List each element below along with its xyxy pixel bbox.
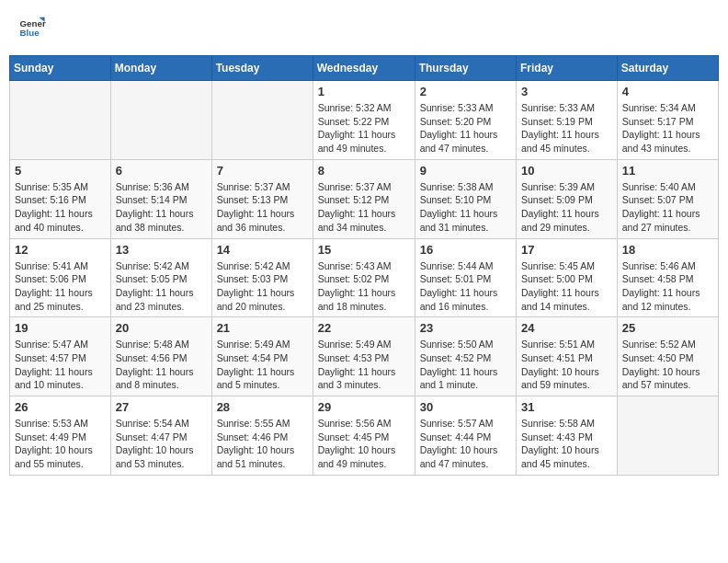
calendar-cell: 4Sunrise: 5:34 AMSunset: 5:17 PMDaylight… (617, 81, 718, 160)
day-number: 3 (521, 85, 612, 98)
page-header: General Blue (9, 9, 719, 46)
calendar-cell (10, 81, 111, 160)
calendar-cell: 14Sunrise: 5:42 AMSunset: 5:03 PMDayligh… (211, 238, 313, 317)
day-info: Sunrise: 5:57 AMSunset: 4:44 PMDaylight:… (420, 417, 511, 471)
day-number: 22 (318, 321, 410, 335)
calendar-cell: 19Sunrise: 5:47 AMSunset: 4:57 PMDayligh… (10, 317, 111, 396)
calendar-week-2: 5Sunrise: 5:35 AMSunset: 5:16 PMDaylight… (10, 159, 719, 238)
day-number: 23 (420, 321, 511, 335)
calendar-cell: 23Sunrise: 5:50 AMSunset: 4:52 PMDayligh… (415, 317, 516, 396)
calendar-cell: 11Sunrise: 5:40 AMSunset: 5:07 PMDayligh… (617, 159, 718, 238)
day-info: Sunrise: 5:55 AMSunset: 4:46 PMDaylight:… (217, 417, 308, 471)
calendar-cell: 7Sunrise: 5:37 AMSunset: 5:13 PMDaylight… (211, 159, 313, 238)
calendar-cell: 1Sunrise: 5:32 AMSunset: 5:22 PMDaylight… (313, 81, 415, 160)
day-number: 30 (420, 400, 511, 414)
day-number: 19 (15, 321, 106, 335)
day-number: 6 (116, 164, 207, 178)
col-header-sunday: Sunday (10, 56, 111, 81)
day-number: 15 (318, 243, 410, 257)
calendar-week-4: 19Sunrise: 5:47 AMSunset: 4:57 PMDayligh… (10, 317, 719, 396)
calendar-cell: 20Sunrise: 5:48 AMSunset: 4:56 PMDayligh… (110, 317, 211, 396)
day-number: 18 (622, 243, 713, 257)
day-number: 16 (420, 243, 511, 257)
day-number: 20 (116, 321, 207, 335)
day-number: 29 (318, 400, 410, 414)
day-number: 17 (521, 243, 612, 257)
day-number: 27 (116, 400, 207, 414)
day-info: Sunrise: 5:34 AMSunset: 5:17 PMDaylight:… (622, 101, 713, 155)
col-header-wednesday: Wednesday (313, 56, 415, 81)
calendar-cell: 5Sunrise: 5:35 AMSunset: 5:16 PMDaylight… (10, 159, 111, 238)
day-number: 1 (318, 85, 410, 98)
day-info: Sunrise: 5:38 AMSunset: 5:10 PMDaylight:… (420, 180, 511, 235)
day-info: Sunrise: 5:51 AMSunset: 4:51 PMDaylight:… (521, 338, 612, 392)
logo-icon: General Blue (18, 14, 46, 41)
calendar-table: SundayMondayTuesdayWednesdayThursdayFrid… (9, 55, 719, 476)
calendar-header-row: SundayMondayTuesdayWednesdayThursdayFrid… (10, 56, 719, 81)
calendar-week-1: 1Sunrise: 5:32 AMSunset: 5:22 PMDaylight… (10, 81, 719, 160)
day-info: Sunrise: 5:52 AMSunset: 4:50 PMDaylight:… (622, 338, 713, 392)
day-number: 4 (622, 85, 713, 98)
day-info: Sunrise: 5:58 AMSunset: 4:43 PMDaylight:… (521, 417, 612, 471)
calendar-cell: 10Sunrise: 5:39 AMSunset: 5:09 PMDayligh… (517, 159, 618, 238)
day-info: Sunrise: 5:53 AMSunset: 4:49 PMDaylight:… (15, 417, 106, 471)
calendar-week-5: 26Sunrise: 5:53 AMSunset: 4:49 PMDayligh… (10, 396, 719, 476)
day-info: Sunrise: 5:42 AMSunset: 5:05 PMDaylight:… (116, 259, 207, 314)
day-info: Sunrise: 5:37 AMSunset: 5:12 PMDaylight:… (318, 180, 410, 235)
calendar-cell: 26Sunrise: 5:53 AMSunset: 4:49 PMDayligh… (10, 396, 111, 476)
calendar-cell: 9Sunrise: 5:38 AMSunset: 5:10 PMDaylight… (415, 159, 516, 238)
calendar-cell: 13Sunrise: 5:42 AMSunset: 5:05 PMDayligh… (110, 238, 211, 317)
calendar-cell: 21Sunrise: 5:49 AMSunset: 4:54 PMDayligh… (211, 317, 313, 396)
day-info: Sunrise: 5:36 AMSunset: 5:14 PMDaylight:… (116, 180, 207, 235)
day-number: 26 (15, 400, 106, 414)
calendar-cell: 30Sunrise: 5:57 AMSunset: 4:44 PMDayligh… (415, 396, 516, 476)
day-info: Sunrise: 5:35 AMSunset: 5:16 PMDaylight:… (15, 180, 106, 235)
col-header-monday: Monday (110, 56, 211, 81)
calendar-cell: 8Sunrise: 5:37 AMSunset: 5:12 PMDaylight… (313, 159, 415, 238)
calendar-cell: 16Sunrise: 5:44 AMSunset: 5:01 PMDayligh… (415, 238, 516, 317)
calendar-cell: 12Sunrise: 5:41 AMSunset: 5:06 PMDayligh… (10, 238, 111, 317)
calendar-cell (211, 81, 313, 160)
day-number: 9 (420, 164, 511, 178)
calendar-cell: 3Sunrise: 5:33 AMSunset: 5:19 PMDaylight… (517, 81, 618, 160)
col-header-thursday: Thursday (415, 56, 516, 81)
day-info: Sunrise: 5:43 AMSunset: 5:02 PMDaylight:… (318, 259, 410, 314)
calendar-week-3: 12Sunrise: 5:41 AMSunset: 5:06 PMDayligh… (10, 238, 719, 317)
day-info: Sunrise: 5:40 AMSunset: 5:07 PMDaylight:… (622, 180, 713, 235)
day-number: 11 (622, 164, 713, 178)
calendar-cell (617, 396, 718, 476)
day-number: 10 (521, 164, 612, 178)
calendar-cell: 29Sunrise: 5:56 AMSunset: 4:45 PMDayligh… (313, 396, 415, 476)
day-info: Sunrise: 5:41 AMSunset: 5:06 PMDaylight:… (15, 259, 106, 314)
calendar-cell: 25Sunrise: 5:52 AMSunset: 4:50 PMDayligh… (617, 317, 718, 396)
day-info: Sunrise: 5:42 AMSunset: 5:03 PMDaylight:… (217, 259, 308, 314)
calendar-cell: 17Sunrise: 5:45 AMSunset: 5:00 PMDayligh… (517, 238, 618, 317)
calendar-cell: 24Sunrise: 5:51 AMSunset: 4:51 PMDayligh… (517, 317, 618, 396)
day-number: 2 (420, 85, 511, 98)
calendar-cell: 6Sunrise: 5:36 AMSunset: 5:14 PMDaylight… (110, 159, 211, 238)
day-info: Sunrise: 5:32 AMSunset: 5:22 PMDaylight:… (318, 101, 410, 155)
calendar-cell: 22Sunrise: 5:49 AMSunset: 4:53 PMDayligh… (313, 317, 415, 396)
day-number: 12 (15, 243, 106, 257)
calendar-cell: 18Sunrise: 5:46 AMSunset: 4:58 PMDayligh… (617, 238, 718, 317)
day-number: 7 (217, 164, 308, 178)
day-number: 25 (622, 321, 713, 335)
day-info: Sunrise: 5:48 AMSunset: 4:56 PMDaylight:… (116, 338, 207, 392)
day-info: Sunrise: 5:33 AMSunset: 5:20 PMDaylight:… (420, 101, 511, 155)
svg-text:Blue: Blue (20, 28, 40, 38)
calendar-cell: 15Sunrise: 5:43 AMSunset: 5:02 PMDayligh… (313, 238, 415, 317)
day-number: 28 (217, 400, 308, 414)
calendar-cell: 28Sunrise: 5:55 AMSunset: 4:46 PMDayligh… (211, 396, 313, 476)
day-info: Sunrise: 5:54 AMSunset: 4:47 PMDaylight:… (116, 417, 207, 471)
day-info: Sunrise: 5:39 AMSunset: 5:09 PMDaylight:… (521, 180, 612, 235)
col-header-saturday: Saturday (617, 56, 718, 81)
calendar-cell: 31Sunrise: 5:58 AMSunset: 4:43 PMDayligh… (517, 396, 618, 476)
day-number: 24 (521, 321, 612, 335)
col-header-tuesday: Tuesday (211, 56, 313, 81)
day-info: Sunrise: 5:37 AMSunset: 5:13 PMDaylight:… (217, 180, 308, 235)
day-info: Sunrise: 5:45 AMSunset: 5:00 PMDaylight:… (521, 259, 612, 314)
day-info: Sunrise: 5:46 AMSunset: 4:58 PMDaylight:… (622, 259, 713, 314)
day-info: Sunrise: 5:49 AMSunset: 4:53 PMDaylight:… (318, 338, 410, 392)
day-info: Sunrise: 5:47 AMSunset: 4:57 PMDaylight:… (15, 338, 106, 392)
col-header-friday: Friday (517, 56, 618, 81)
